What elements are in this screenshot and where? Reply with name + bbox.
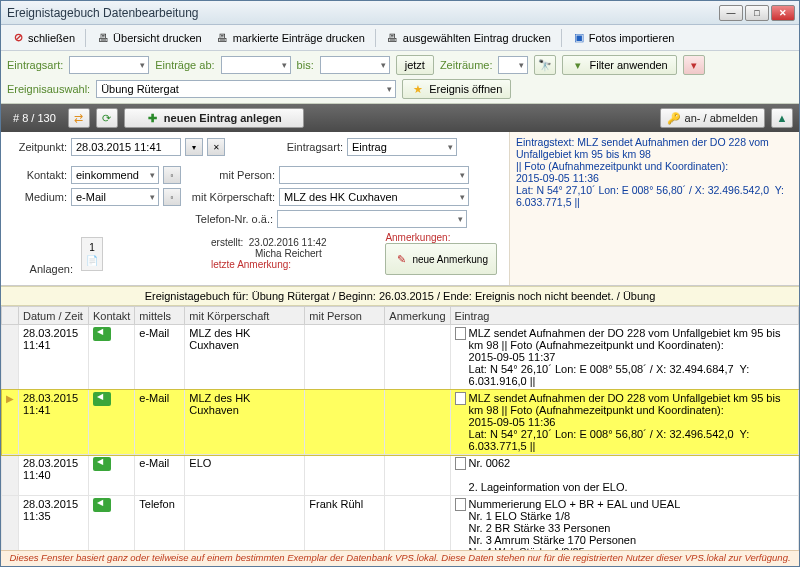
input-zeitpunkt[interactable] [71,138,181,156]
attachment-icon: 📄 [86,255,98,266]
combo-medium[interactable]: e-Mail [71,188,159,206]
filter-clear-button[interactable]: ▾ [683,55,705,75]
photo-icon: ▣ [572,31,586,45]
cell-mittels: e-Mail [135,390,185,455]
binoculars-icon: 🔭 [538,58,552,72]
toolbar-close[interactable]: ⊘schließen [5,29,81,47]
combo-ab[interactable] [221,56,291,74]
col-eintrag[interactable]: Eintrag [450,307,798,325]
close-icon: ⊘ [11,31,25,45]
maximize-button[interactable]: □ [745,5,769,21]
cell-eintrag: Nummerierung ELO + BR + EAL und UEAL Nr.… [450,496,798,551]
label-medium: Medium: [7,191,67,203]
toolbar-print-selected[interactable]: 🖶ausgewählten Eintrag drucken [380,29,557,47]
grid-caption: Ereignistagebuch für: Übung Rütergat / B… [1,286,799,306]
note-icon: ✎ [394,252,408,266]
app-window: Ereignistagebuch Datenbearbeitung — □ ✕ … [0,0,800,567]
login-button[interactable]: 🔑an- / abmelden [660,108,765,128]
col-koerperschaft[interactable]: mit Körperschaft [185,307,305,325]
label-kontakt: Kontakt: [7,169,67,181]
action-bar: # 8 / 130 ⇄ ⟳ ✚neuen Eintrag anlegen 🔑an… [1,104,799,132]
zeitpunkt-clear[interactable]: ✕ [207,138,225,156]
eintragstext-panel: Eintragstext: MLZ sendet Aufnahmen der D… [509,132,799,285]
label-eintragsart: Eintragsart: [7,59,63,71]
arrows-icon: ⇄ [74,111,83,125]
combo-kontakt[interactable]: einkommend [71,166,159,184]
col-person[interactable]: mit Person [305,307,385,325]
cell-koerperschaft: ELO [185,455,305,496]
label-zeitpunkt: Zeitpunkt: [7,141,67,153]
incoming-icon [93,327,111,341]
kontakt-extra[interactable]: ▫ [163,166,181,184]
toolbar-print-overview[interactable]: 🖶Übersicht drucken [90,29,208,47]
medium-extra[interactable]: ▫ [163,188,181,206]
entries-grid[interactable]: Datum / Zeit Kontakt mittels mit Körpers… [1,306,799,550]
combo-mitkoerperschaft[interactable]: MLZ des HK Cuxhaven [279,188,469,206]
cell-anmerkung [385,455,450,496]
close-button[interactable]: ✕ [771,5,795,21]
new-entry-button[interactable]: ✚neuen Eintrag anlegen [124,108,304,128]
cell-datum: 28.03.2015 11:40 [19,455,89,496]
incoming-icon [93,457,111,471]
cell-kontakt [89,325,135,390]
cell-kontakt [89,455,135,496]
toolbar-import-photos[interactable]: ▣Fotos importieren [566,29,681,47]
combo-ereignisauswahl[interactable]: Übung Rütergat [96,80,396,98]
zeitpunkt-dropdown[interactable]: ▾ [185,138,203,156]
filter-apply-button[interactable]: ▾Filter anwenden [562,55,676,75]
cell-koerperschaft [185,496,305,551]
jetzt-button[interactable]: jetzt [396,55,434,75]
col-anmerkung[interactable]: Anmerkung [385,307,450,325]
footer-notice: Dieses Fenster basiert ganz oder teilwei… [1,550,799,566]
filter-bar: Eintragsart: Einträge ab: bis: jetzt Zei… [1,51,799,104]
cell-anmerkung [385,390,450,455]
cell-anmerkung [385,496,450,551]
cell-eintrag: MLZ sendet Aufnahmen der DO 228 vom Unfa… [450,325,798,390]
document-icon [455,327,466,340]
print-icon: 🖶 [216,31,230,45]
window-title: Ereignistagebuch Datenbearbeitung [5,6,719,20]
cell-koerperschaft: MLZ des HK Cuxhaven [185,390,305,455]
table-row[interactable]: ▶28.03.2015 11:41e-MailMLZ des HK Cuxhav… [2,390,799,455]
nav-button[interactable]: ⇄ [68,108,90,128]
combo-eintragsart2[interactable]: Eintrag [347,138,457,156]
funnel-icon: ▾ [571,58,585,72]
cell-datum: 28.03.2015 11:41 [19,390,89,455]
cell-person [305,455,385,496]
label-mitkoerperschaft: mit Körperschaft: [185,191,275,203]
cell-datum: 28.03.2015 11:41 [19,325,89,390]
col-kontakt[interactable]: Kontakt [89,307,135,325]
refresh-button[interactable]: ⟳ [96,108,118,128]
table-row[interactable]: 28.03.2015 11:40e-MailELONr. 0062 2. Lag… [2,455,799,496]
chevron-up-icon: ▲ [777,111,788,125]
combo-telefon[interactable] [277,210,467,228]
key-icon: 🔑 [667,111,681,125]
label-eintragstext: Eintragstext: [516,136,574,148]
print-icon: 🖶 [386,31,400,45]
ereignis-oeffnen-button[interactable]: ★Ereignis öffnen [402,79,511,99]
collapse-button[interactable]: ▲ [771,108,793,128]
neue-anmerkung-button[interactable]: ✎ neue Anmerkung [385,243,497,275]
cell-eintrag: MLZ sendet Aufnahmen der DO 228 vom Unfa… [450,390,798,455]
cell-person: Frank Rühl [305,496,385,551]
anlagen-item[interactable]: 1 📄 [81,237,103,271]
col-mittels[interactable]: mittels [135,307,185,325]
binoculars-button[interactable]: 🔭 [534,55,556,75]
combo-mitperson[interactable] [279,166,469,184]
titlebar: Ereignistagebuch Datenbearbeitung — □ ✕ [1,1,799,25]
combo-eintragsart[interactable] [69,56,149,74]
col-datum[interactable]: Datum / Zeit [19,307,89,325]
toolbar-print-marked[interactable]: 🖶markierte Einträge drucken [210,29,371,47]
cell-mittels: e-Mail [135,455,185,496]
combo-bis[interactable] [320,56,390,74]
label-zeitraeume: Zeiträume: [440,59,493,71]
main-toolbar: ⊘schließen 🖶Übersicht drucken 🖶markierte… [1,25,799,51]
label-anlagen: Anlagen: [13,263,73,275]
combo-zeitraeume[interactable] [498,56,528,74]
minimize-button[interactable]: — [719,5,743,21]
page-indicator: # 8 / 130 [7,112,62,124]
table-row[interactable]: 28.03.2015 11:41e-MailMLZ des HK Cuxhave… [2,325,799,390]
document-icon [455,392,466,405]
incoming-icon [93,392,111,406]
table-row[interactable]: 28.03.2015 11:35TelefonFrank RühlNummeri… [2,496,799,551]
